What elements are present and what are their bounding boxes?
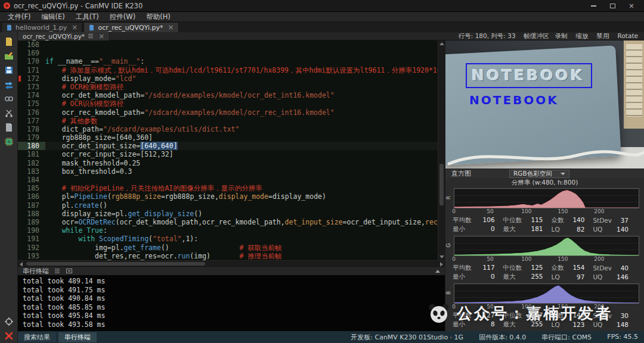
close-button[interactable]: ×: [623, 1, 640, 11]
stat-value: 140: [572, 311, 584, 320]
code-line[interactable]: 169: [18, 49, 438, 57]
maximize-button[interactable]: [603, 1, 621, 11]
board-icon[interactable]: [4, 136, 14, 147]
code-line[interactable]: 171 # 添加显示模式，默认hdmi，可选hdmi/lcd/lt9611/st…: [18, 66, 438, 74]
terminal-clear-icon[interactable]: [66, 267, 73, 275]
colorspace-select[interactable]: RGB色彩空间: [509, 170, 569, 178]
code-area[interactable]: 168169170if __name__=="__main__":171 # 添…: [18, 40, 445, 260]
stats-row: 平均数106中位数115众数140StDev37: [445, 216, 644, 224]
stats-row: 最小0最大255LQ97UQ146: [445, 272, 644, 281]
link-icon[interactable]: [4, 93, 14, 104]
code-line[interactable]: 193 det_res,rec_res=ocr.run(img) # 推理当前帧: [18, 252, 438, 260]
menu-item-help[interactable]: 帮助(H): [141, 13, 176, 21]
code-line[interactable]: 183 box_threshold=0.3: [18, 167, 438, 176]
menu-bar: 文件(F)编辑(E)工具(T)控件(W)帮助(H): [0, 12, 644, 22]
tab-close-icon[interactable]: ×: [72, 24, 78, 31]
minimize-icon: [591, 5, 596, 7]
stat-cell: 最小0: [453, 225, 503, 233]
code-line[interactable]: 182 mask_threshold=0.25: [18, 159, 438, 167]
stats-row: 最小0最大181LQ82UQ140: [445, 224, 644, 233]
code-line[interactable]: 190 while True:: [18, 226, 438, 235]
editor-doc-tab-label: ocr_rec_uQVQYi.py*: [23, 33, 85, 40]
stat-cell: 中位数115: [503, 216, 552, 224]
histogram-block-B: B050100150200平均数127中位数127众数140StDev30最小8…: [445, 282, 644, 329]
tab-close-icon[interactable]: ×: [168, 24, 174, 31]
stat-label: 最小: [453, 225, 465, 233]
scroll-down-icon[interactable]: [439, 255, 444, 258]
code-line[interactable]: 185 # 初始化PipeLine，只关注传给AI的图像分辨率，显示的分辨率: [18, 184, 438, 192]
code-line[interactable]: 184: [18, 176, 438, 184]
terminal-line: total took 485.85 ms: [23, 303, 440, 312]
code-line[interactable]: 178 dict_path="/sdcard/examples/utils/di…: [18, 125, 438, 133]
code-line[interactable]: 192 img=pl.get_frame() # 获取当前帧: [18, 244, 438, 252]
vertical-scrollbar[interactable]: [438, 40, 445, 260]
save-file-icon[interactable]: [4, 65, 14, 76]
statusbar-tab-serial-terminal[interactable]: 串行终端: [58, 332, 97, 342]
stop-script-icon[interactable]: [4, 330, 14, 341]
code-text: # OCR识别模型路径: [45, 99, 438, 108]
code-line[interactable]: 187 pl.create(): [18, 201, 438, 210]
line-number: 170: [18, 57, 45, 66]
doc-close-icon[interactable]: ×: [98, 33, 104, 40]
horizontal-scroll-thumb[interactable]: [26, 262, 205, 266]
cable: [445, 133, 644, 169]
stat-cell: 最大255: [503, 320, 552, 329]
code-line[interactable]: 180 ocr_det_input_size=[640,640]: [18, 142, 438, 150]
menu-item-tools[interactable]: 工具(T): [70, 13, 104, 21]
code-line[interactable]: 176 ocr_rec_kmodel_path="/sdcard/example…: [18, 108, 438, 117]
code-line[interactable]: 174 ocr_det_kmodel_path="/sdcard/example…: [18, 91, 438, 99]
terminal-collapse-icon[interactable]: [435, 270, 440, 273]
scroll-up-icon[interactable]: [439, 42, 444, 45]
statusbar-tabs: 搜索结果串行终端: [18, 332, 97, 342]
target-icon[interactable]: [4, 316, 14, 327]
scissors-icon[interactable]: [4, 108, 14, 119]
stat-label: 最大: [503, 225, 516, 233]
window-title: ocr_rec_uQVQYi.py - CanMV IDE K230: [14, 2, 143, 10]
fb-button-zoom[interactable]: 缩放: [576, 32, 589, 40]
stat-cell: 最小8: [453, 320, 503, 329]
code-line[interactable]: 173 # OCR检测模型路径: [18, 83, 438, 91]
fb-button-record[interactable]: 录制: [555, 32, 568, 40]
stats-row: 平均数127中位数127众数140StDev30: [445, 311, 644, 320]
axis-label-B: B: [445, 291, 451, 295]
file-tab-helloworld[interactable]: helloworld_1.py×: [1, 22, 82, 32]
code-line[interactable]: 172 display_mode="lcd": [18, 74, 438, 83]
stat-cell: LQ82: [552, 226, 593, 233]
fb-button-rotate[interactable]: Rotate: [618, 32, 638, 40]
open-file-icon[interactable]: [4, 51, 14, 61]
stat-label: 最大: [503, 320, 516, 329]
line-number: 177: [18, 117, 45, 125]
terminal-list-icon[interactable]: [54, 267, 61, 275]
stat-value: 30: [621, 312, 628, 319]
code-text: if __name__=="__main__":: [45, 57, 438, 66]
stat-label: 众数: [552, 311, 564, 320]
menu-item-edit[interactable]: 编辑(E): [36, 13, 70, 21]
code-line[interactable]: 188 display_size=pl.get_display_size(): [18, 210, 438, 218]
fb-button-disable[interactable]: 禁用: [597, 32, 609, 40]
line-number: 180: [18, 142, 45, 150]
stat-cell: 众数140: [552, 311, 593, 320]
file-tab-bar: helloworld_1.py×ocr_rec_uQVQYi.py*×: [0, 22, 644, 32]
file-tab-ocr-rec[interactable]: ocr_rec_uQVQYi.py*×: [83, 22, 178, 32]
minimize-button[interactable]: [584, 1, 602, 11]
menu-item-window[interactable]: 控件(W): [104, 13, 141, 21]
code-line[interactable]: 186 pl=PipeLine(rgb888p_size=rgb888p_siz…: [18, 192, 438, 201]
code-line[interactable]: 177 # 其他参数: [18, 117, 438, 125]
new-file-icon[interactable]: [4, 36, 14, 47]
code-line[interactable]: 175 # OCR识别模型路径: [18, 99, 438, 108]
document-icon[interactable]: [4, 122, 14, 133]
menu-item-file[interactable]: 文件(F): [2, 13, 36, 21]
code-line[interactable]: 179 rgb888p_size=[640,360]: [18, 133, 438, 142]
horizontal-scrollbar[interactable]: [18, 260, 445, 266]
code-line[interactable]: 189 ocr=OCRDetRec(ocr_det_kmodel_path,oc…: [18, 218, 438, 226]
code-line[interactable]: 181 ocr_rec_input_size=[512,32]: [18, 150, 438, 158]
code-line[interactable]: 191 with ScopedTiming("total",1):: [18, 235, 438, 243]
code-line[interactable]: 168: [18, 40, 438, 49]
doc-menu-icon[interactable]: [88, 34, 93, 38]
vertical-scroll-thumb[interactable]: [439, 164, 444, 205]
connect-arrows-icon[interactable]: [4, 79, 14, 90]
editor-doc-tab[interactable]: ocr_rec_uQVQYi.py* ×: [18, 32, 110, 40]
code-line[interactable]: 170if __name__=="__main__":: [18, 57, 438, 66]
statusbar-tab-search-results[interactable]: 搜索结果: [18, 332, 56, 342]
stat-value: 255: [531, 273, 543, 281]
